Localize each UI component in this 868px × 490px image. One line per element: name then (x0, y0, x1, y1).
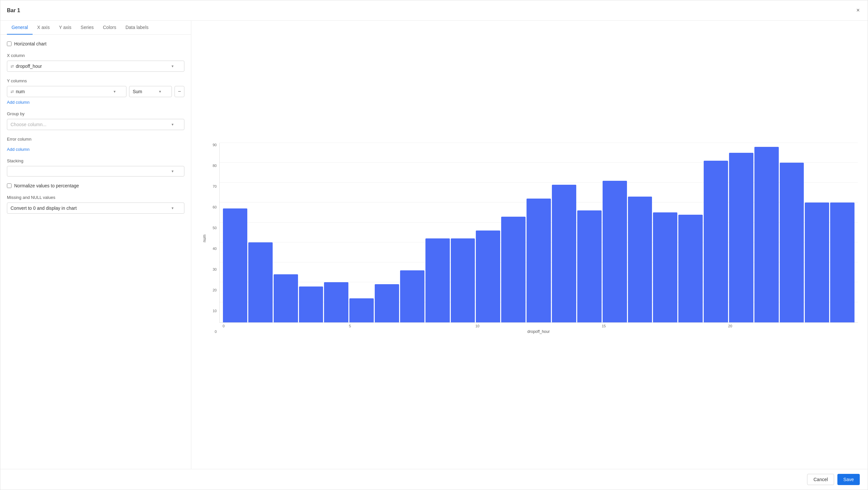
x-axis-label (627, 324, 652, 328)
tab-colors[interactable]: Colors (98, 21, 121, 35)
y-column-value-display: ⇄ num (10, 89, 25, 94)
chart-inner: 05101520 dropoff_hour (219, 143, 858, 334)
x-axis-label (753, 324, 779, 328)
add-y-column-link[interactable]: Add column (7, 100, 30, 105)
missing-null-select[interactable]: Convert to 0 and display in chart ▾ (7, 203, 184, 214)
x-axis-label: 0 (223, 324, 248, 328)
left-panel: General X axis Y axis Series Colors Data… (0, 21, 191, 469)
bar (400, 270, 425, 322)
missing-null-select-wrapper: Convert to 0 and display in chart ▾ (7, 203, 184, 214)
dialog: Bar 1 × General X axis Y axis Series Col… (0, 0, 868, 490)
x-axis-title: dropoff_hour (219, 329, 858, 334)
x-axis-label (577, 324, 602, 328)
x-axis-label (425, 324, 450, 328)
y-column-icon: ⇄ (10, 89, 14, 94)
x-axis-labels: 05101520 (219, 323, 858, 328)
group-by-select[interactable]: Choose column... ▾ (7, 119, 184, 130)
missing-null-group: Missing and NULL values Convert to 0 and… (7, 195, 184, 214)
tab-data-labels[interactable]: Data labels (121, 21, 153, 35)
tab-series[interactable]: Series (76, 21, 98, 35)
stacking-label: Stacking (7, 158, 184, 163)
x-axis-label: 10 (475, 324, 501, 328)
y-axis-labels: 9080706050403020100 (208, 143, 219, 334)
missing-null-chevron-icon: ▾ (172, 206, 174, 210)
bar (653, 212, 677, 322)
bar (754, 147, 779, 323)
chart-plot (219, 143, 858, 323)
group-by-chevron-icon: ▾ (172, 122, 174, 127)
stacking-group: Stacking ▾ (7, 158, 184, 177)
bar (223, 209, 247, 322)
tab-x-axis[interactable]: X axis (33, 21, 54, 35)
y-axis-label: 0 (215, 330, 217, 334)
bar (729, 153, 753, 323)
x-column-select-wrapper: ⇄ dropoff_hour ▾ (7, 61, 184, 72)
agg-select[interactable]: Sum ▾ (129, 86, 172, 97)
close-button[interactable]: × (855, 6, 861, 15)
missing-null-value: Convert to 0 and display in chart (10, 206, 77, 211)
horizontal-chart-label: Horizontal chart (14, 41, 46, 47)
x-axis-label (779, 324, 804, 328)
stacking-select[interactable]: ▾ (7, 166, 184, 177)
x-column-select[interactable]: ⇄ dropoff_hour ▾ (7, 61, 184, 72)
chart-area: num 9080706050403020100 05101520 dropoff… (201, 143, 858, 334)
tab-y-axis[interactable]: Y axis (54, 21, 76, 35)
y-axis-label: 80 (213, 164, 217, 167)
x-axis-label (450, 324, 475, 328)
bar (476, 231, 500, 323)
save-button[interactable]: Save (837, 474, 860, 485)
tab-general[interactable]: General (7, 21, 33, 35)
remove-y-column-button[interactable]: − (175, 86, 184, 97)
bar (704, 161, 728, 323)
agg-value: Sum (133, 89, 142, 94)
agg-select-wrapper: Sum ▾ (129, 86, 172, 97)
error-column-label: Error column (7, 137, 184, 142)
normalize-checkbox[interactable] (7, 183, 11, 188)
x-axis-label (829, 324, 855, 328)
y-column-value: num (16, 89, 25, 94)
bar (830, 203, 855, 322)
y-column-select-wrapper: ⇄ num ▾ (7, 86, 126, 97)
chart-container: num 9080706050403020100 05101520 dropoff… (201, 143, 858, 347)
dialog-header: Bar 1 × (0, 0, 868, 21)
missing-null-label: Missing and NULL values (7, 195, 184, 200)
cancel-button[interactable]: Cancel (807, 474, 834, 485)
bar (678, 215, 703, 323)
x-axis-label (804, 324, 830, 328)
add-error-column-link[interactable]: Add column (7, 147, 30, 152)
bar (299, 286, 323, 323)
bar (527, 198, 551, 322)
dialog-body: General X axis Y axis Series Colors Data… (0, 21, 868, 469)
y-axis-title: num (202, 235, 207, 242)
x-column-chevron-icon: ▾ (172, 64, 174, 68)
stacking-select-wrapper: ▾ (7, 166, 184, 177)
right-panel: num 9080706050403020100 05101520 dropoff… (191, 21, 868, 469)
x-axis-label (399, 324, 425, 328)
agg-chevron-icon: ▾ (159, 89, 161, 94)
bar (805, 203, 829, 322)
bar (501, 217, 526, 323)
normalize-label: Normalize values to percentage (14, 183, 79, 188)
y-axis-label: 90 (213, 143, 217, 147)
x-axis-label (652, 324, 678, 328)
x-axis-label: 5 (349, 324, 374, 328)
x-column-icon: ⇄ (10, 64, 14, 68)
x-axis-label: 15 (601, 324, 627, 328)
x-axis-label (551, 324, 577, 328)
x-axis-label (248, 324, 273, 328)
x-axis-label (678, 324, 703, 328)
y-column-select[interactable]: ⇄ num ▾ (7, 86, 126, 97)
horizontal-chart-checkbox[interactable] (7, 41, 11, 46)
bar (628, 196, 652, 323)
bar (274, 274, 298, 322)
bar (349, 298, 374, 323)
y-columns-group: Y columns ⇄ num ▾ (7, 79, 184, 105)
bar (552, 185, 576, 323)
x-column-group: X column ⇄ dropoff_hour ▾ (7, 53, 184, 72)
bar (324, 282, 348, 322)
x-column-value: dropoff_hour (16, 64, 42, 69)
y-axis-label: 60 (213, 205, 217, 209)
bars-row (220, 143, 858, 323)
bar (426, 238, 450, 322)
error-column-group: Error column Add column (7, 137, 184, 152)
